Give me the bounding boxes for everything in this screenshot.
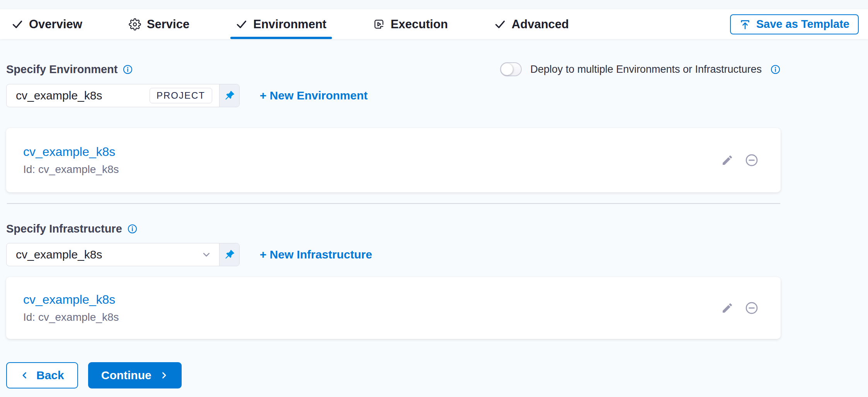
chevron-down-icon xyxy=(201,249,212,260)
info-icon[interactable] xyxy=(770,64,781,75)
info-icon[interactable] xyxy=(127,224,138,234)
toggle-knob xyxy=(501,63,513,75)
specify-infrastructure-label: Specify Infrastructure xyxy=(6,222,122,235)
multi-deploy-toggle-label: Deploy to multiple Environments or Infra… xyxy=(530,63,762,75)
new-infrastructure-link[interactable]: + New Infrastructure xyxy=(260,248,372,261)
section-divider xyxy=(7,203,780,204)
multi-deploy-toggle[interactable] xyxy=(500,62,522,76)
check-icon xyxy=(12,19,23,30)
environment-pin-button[interactable] xyxy=(219,84,239,107)
back-label: Back xyxy=(36,369,64,382)
environment-field[interactable]: cv_example_k8s PROJECT xyxy=(6,84,240,107)
infrastructure-card-name-link[interactable]: cv_example_k8s xyxy=(23,293,119,307)
check-icon xyxy=(236,19,247,30)
upload-icon xyxy=(739,19,751,30)
environment-input-row: cv_example_k8s PROJECT + New Environment xyxy=(6,84,781,107)
back-button[interactable]: Back xyxy=(6,362,78,388)
stage-tabbar: Overview Service Environment Execution A… xyxy=(0,9,868,39)
infrastructure-value-text: cv_example_k8s xyxy=(16,248,102,261)
chevron-right-icon xyxy=(159,371,168,380)
environment-card-name-link[interactable]: cv_example_k8s xyxy=(23,145,119,159)
tab-execution[interactable]: Execution xyxy=(368,9,453,39)
remove-environment-button[interactable] xyxy=(744,153,759,168)
tab-environment[interactable]: Environment xyxy=(230,9,332,39)
environment-tab-panel: Specify Environment Deploy to multiple E… xyxy=(0,39,868,388)
continue-label: Continue xyxy=(101,369,151,382)
edit-icon xyxy=(721,154,734,166)
pin-icon xyxy=(224,90,235,101)
info-icon[interactable] xyxy=(123,64,133,75)
continue-button[interactable]: Continue xyxy=(88,362,182,388)
pin-icon xyxy=(224,249,235,260)
environment-field-value[interactable]: cv_example_k8s PROJECT xyxy=(7,84,219,107)
edit-environment-button[interactable] xyxy=(721,154,734,166)
pipeline-canvas-strip xyxy=(0,0,868,9)
tab-label: Execution xyxy=(391,17,448,31)
remove-infrastructure-button[interactable] xyxy=(744,301,759,315)
remove-icon xyxy=(744,153,759,168)
save-as-template-label: Save as Template xyxy=(756,18,849,31)
gear-icon xyxy=(129,18,141,31)
tab-label: Service xyxy=(147,17,189,31)
specify-environment-label: Specify Environment xyxy=(6,63,117,76)
stage-tabs: Overview Service Environment Execution A… xyxy=(6,9,610,39)
environment-head-row: Specify Environment Deploy to multiple E… xyxy=(6,62,781,76)
environment-card: cv_example_k8s Id: cv_example_k8s xyxy=(6,128,781,192)
edit-icon xyxy=(721,302,734,314)
save-as-template-button[interactable]: Save as Template xyxy=(730,14,859,34)
execution-icon xyxy=(373,18,385,30)
scope-badge: PROJECT xyxy=(150,88,212,103)
check-icon xyxy=(494,19,506,30)
environment-card-id: Id: cv_example_k8s xyxy=(23,163,119,176)
edit-infrastructure-button[interactable] xyxy=(721,302,734,314)
tab-advanced[interactable]: Advanced xyxy=(489,9,574,39)
tab-service[interactable]: Service xyxy=(123,9,195,39)
infrastructure-pin-button[interactable] xyxy=(219,243,239,266)
infrastructure-card-id: Id: cv_example_k8s xyxy=(23,311,119,323)
tab-label: Environment xyxy=(253,17,326,31)
infrastructure-head-row: Specify Infrastructure xyxy=(6,222,781,235)
infrastructure-select-value[interactable]: cv_example_k8s xyxy=(7,243,219,266)
infrastructure-input-row: cv_example_k8s + New Infrastructure xyxy=(6,243,781,266)
wizard-footer: Back Continue xyxy=(6,362,781,388)
tab-label: Overview xyxy=(29,17,82,31)
new-environment-link[interactable]: + New Environment xyxy=(260,89,368,102)
tab-label: Advanced xyxy=(512,17,569,31)
remove-icon xyxy=(744,301,759,315)
multi-deploy-toggle-group: Deploy to multiple Environments or Infra… xyxy=(500,62,781,76)
infrastructure-card: cv_example_k8s Id: cv_example_k8s xyxy=(6,277,781,339)
tab-overview[interactable]: Overview xyxy=(6,9,88,39)
chevron-left-icon xyxy=(20,371,29,380)
environment-value-text: cv_example_k8s xyxy=(16,89,102,102)
infrastructure-select[interactable]: cv_example_k8s xyxy=(6,243,240,266)
